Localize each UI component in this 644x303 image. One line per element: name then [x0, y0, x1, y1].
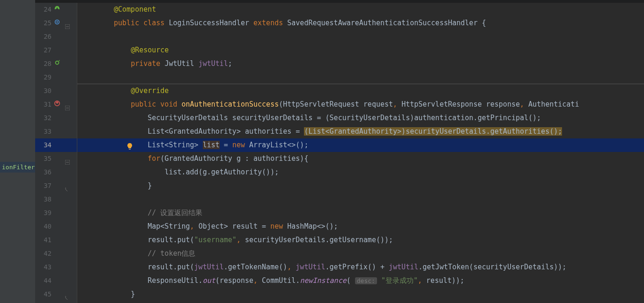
gutter-row[interactable]: 28 [35, 57, 77, 71]
token-plain [377, 276, 381, 285]
code-line[interactable]: // 设置返回结果 [77, 206, 644, 220]
gutter-row[interactable]: 27 [35, 43, 77, 57]
override-icon[interactable] [54, 98, 60, 111]
gutter-row[interactable]: 40 [35, 220, 77, 233]
token-class: SecurityUserDetails securityUserDetails … [148, 114, 541, 122]
code-line[interactable]: List<String> list = new ArrayList<>(); [77, 138, 644, 152]
gutter-row[interactable]: 32 [35, 111, 77, 125]
gutter[interactable]: 2425262728293031323334353637383940414243… [35, 3, 77, 303]
line-number: 45 [35, 288, 52, 301]
code-line[interactable]: list.add(g.getAuthority()); [77, 166, 644, 179]
gutter-icon-slot [54, 3, 75, 16]
gutter-row[interactable]: 43 [35, 260, 77, 274]
gutter-row[interactable]: 29 [35, 71, 77, 84]
code-line[interactable]: ResponseUtil.out(response, CommUtil.newI… [77, 274, 644, 288]
sidebar-file-item[interactable]: ionFilter [0, 162, 35, 173]
recycle-icon[interactable] [54, 57, 60, 71]
gutter-row[interactable]: 42 [35, 247, 77, 260]
token-class: List<String> [148, 141, 202, 149]
line-number: 28 [35, 57, 52, 71]
gutter-row[interactable]: 39 [35, 206, 77, 220]
token-string: "username" [194, 236, 237, 244]
code-area[interactable]: @Componentpublic class LoginSuccessHandl… [77, 3, 644, 303]
gutter-row[interactable]: 41 [35, 233, 77, 247]
gutter-row[interactable]: 25 [35, 16, 77, 30]
gear-icon[interactable] [54, 16, 60, 30]
gutter-row[interactable]: 26 [35, 30, 77, 43]
gutter-row[interactable]: 33 [35, 125, 77, 138]
token-class: HashMap [287, 222, 317, 231]
token-class: LoginSuccessHandler [169, 19, 253, 27]
token-annotation: @Override [131, 87, 169, 95]
gutter-row[interactable]: 30 [35, 84, 77, 98]
code-line[interactable]: @Resource [77, 43, 644, 57]
gutter-icon-slot [54, 84, 75, 98]
token-class: Object> result = [199, 222, 271, 231]
line-number: 36 [35, 166, 52, 179]
gutter-row[interactable]: 34 [35, 138, 77, 152]
gutter-icon-slot [54, 98, 75, 111]
code-line[interactable] [77, 30, 644, 43]
code-line[interactable] [77, 193, 644, 206]
code-line[interactable] [77, 71, 644, 84]
gutter-icon-slot [54, 57, 75, 71]
token-annotation: @Resource [131, 46, 169, 54]
line-number: 44 [35, 274, 52, 288]
gutter-row[interactable]: 36 [35, 166, 77, 179]
token-class: ArrayList [249, 141, 287, 149]
code-line[interactable]: } [77, 179, 644, 193]
token-annotation: @Component [114, 5, 156, 14]
lightbulb-icon[interactable] [126, 141, 133, 149]
project-sidebar[interactable]: ionFilter [0, 0, 35, 303]
gutter-row[interactable]: 38 [35, 193, 77, 206]
token-keyword: , [287, 263, 296, 271]
code-line[interactable]: } [77, 288, 644, 301]
code-line[interactable]: result.put(jwtUtil.getTokenName(), jwtUt… [77, 260, 644, 274]
line-number: 41 [35, 233, 52, 247]
gutter-row[interactable]: 24 [35, 3, 77, 16]
token-class: ResponseUtil. [148, 276, 202, 285]
leaf-icon[interactable] [54, 3, 60, 16]
code-line[interactable]: @Component [77, 3, 644, 16]
gutter-row[interactable]: 45 [35, 288, 77, 301]
gutter-icon-slot [54, 152, 75, 166]
gutter-icon-slot [54, 274, 75, 288]
line-number: 30 [35, 84, 52, 98]
gutter-icon-slot [54, 288, 75, 301]
code-line[interactable]: Map<String, Object> result = new HashMap… [77, 220, 644, 233]
token-plain: (HttpServletRequest request [279, 100, 393, 108]
token-keyword: class [143, 19, 169, 27]
gutter-row[interactable]: 31 [35, 98, 77, 111]
token-cast: (List<GrantedAuthority>)securityUserDeta… [304, 127, 562, 136]
token-class: Map<String [148, 222, 190, 231]
gutter-row[interactable]: 44 [35, 274, 77, 288]
code-line[interactable]: result.put("username", securityUserDetai… [77, 233, 644, 247]
token-static: newInstance [300, 276, 346, 285]
code-editor[interactable]: 2425262728293031323334353637383940414243… [35, 0, 644, 303]
token-keyword: private [131, 59, 164, 68]
code-line[interactable]: // token信息 [77, 247, 644, 260]
gutter-row[interactable]: 37 [35, 179, 77, 193]
gutter-icon-slot [54, 111, 75, 125]
code-line[interactable]: public void onAuthenticationSuccess(Http… [77, 98, 644, 111]
code-line[interactable]: List<GrantedAuthority> authorities = (Li… [77, 125, 644, 138]
token-plain: result)); [426, 276, 464, 285]
token-comment: // 设置返回结果 [148, 209, 202, 217]
code-line[interactable]: private JwtUtil jwtUtil; [77, 57, 644, 71]
gutter-row[interactable]: 35 [35, 152, 77, 166]
token-keyword: extends [253, 19, 287, 27]
code-line[interactable]: for(GrantedAuthority g : authorities){ [77, 152, 644, 166]
token-plain: <>(); [287, 141, 308, 149]
token-hlvar: list [203, 141, 220, 149]
gutter-icon-slot [54, 30, 75, 43]
gutter-icon-slot [54, 16, 75, 30]
token-class: List<GrantedAuthority> authorities = [148, 127, 304, 136]
token-plain: list.add(g.getAuthority()); [164, 168, 279, 176]
line-number: 37 [35, 179, 52, 193]
code-line[interactable]: SecurityUserDetails securityUserDetails … [77, 111, 644, 125]
token-comment: // token信息 [148, 249, 195, 258]
code-line[interactable]: @Override [77, 84, 644, 98]
code-line[interactable]: public class LoginSuccessHandler extends… [77, 16, 644, 30]
token-plain: } [148, 181, 152, 190]
token-keyword: , [253, 276, 262, 285]
